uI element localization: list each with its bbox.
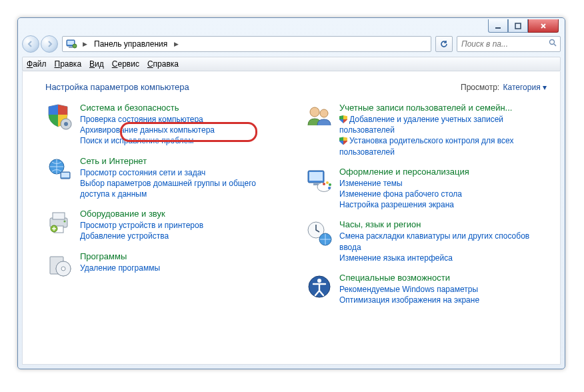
category-link[interactable]: Система и безопасность [80,103,179,113]
content-area: Настройка параметров компьютера Просмотр… [22,71,561,365]
svg-rect-4 [69,47,73,48]
svg-rect-11 [61,173,69,177]
sub-link[interactable]: Настройка разрешения экрана [339,199,547,210]
page-title: Настройка параметров компьютера [45,82,461,92]
category-link[interactable]: Сеть и Интернет [80,156,147,166]
left-column: Система и безопасность Проверка состояни… [45,103,287,315]
category-system-security: Система и безопасность Проверка состояни… [45,103,287,147]
chevron-right-icon: ▶ [80,41,90,47]
sub-link[interactable]: Изменение темы [339,178,547,189]
sub-link[interactable]: Рекомендуемые Windows параметры [339,284,547,295]
category-appearance: Оформление и персонализация Изменение те… [305,167,547,211]
category-columns: Система и безопасность Проверка состояни… [45,103,547,315]
svg-point-22 [320,109,328,117]
sub-link[interactable]: Проверка состояния компьютера [80,114,287,125]
category-ease-of-access: Специальные возможности Рекомендуемые Wi… [305,273,547,305]
user-accounts-icon [305,103,334,132]
minimize-button[interactable] [488,19,508,33]
nav-buttons [22,35,58,53]
content-header: Настройка параметров компьютера Просмотр… [45,82,547,92]
view-by: Просмотр: Категория ▾ [461,83,547,92]
sub-link[interactable]: Добавление и удаление учетных записей по… [339,114,547,135]
sub-link[interactable]: Поиск и исправление проблем [80,135,287,146]
shield-icon [45,103,75,132]
category-user-accounts: Учетные записи пользователей и семейн...… [305,103,547,157]
disc-box-icon [45,251,75,281]
category-link[interactable]: Оборудование и звук [80,209,165,219]
svg-rect-0 [495,27,501,29]
svg-point-33 [317,279,321,283]
category-link[interactable]: Специальные возможности [339,273,450,283]
sub-link[interactable]: Оптимизация изображения на экране [339,295,547,305]
globe-network-icon [45,156,75,185]
category-link[interactable]: Учетные записи пользователей и семейн... [339,103,512,113]
sub-link[interactable]: Изменение фона рабочего стола [339,189,547,199]
view-by-label: Просмотр: [461,83,499,92]
menu-file[interactable]: Файл [27,59,47,69]
svg-rect-24 [309,172,323,181]
sub-link[interactable]: Просмотр состояния сети и задач [80,167,287,178]
address-row: ▶ Панель управления ▶ [22,34,561,54]
search-icon [549,39,557,49]
sub-link[interactable]: Удаление программы [80,263,287,273]
category-link[interactable]: Оформление и персонализация [339,167,469,177]
maximize-button[interactable] [508,19,528,33]
svg-rect-13 [53,213,65,219]
address-bar[interactable]: ▶ Панель управления ▶ [62,36,431,52]
menu-view[interactable]: Вид [89,59,104,69]
window-controls [488,19,559,33]
search-input[interactable] [460,39,546,49]
sub-link[interactable]: Добавление устройства [80,231,287,241]
refresh-button[interactable] [435,36,453,52]
search-box[interactable] [457,36,561,52]
clock-globe-icon [305,219,334,249]
svg-rect-1 [515,23,521,29]
category-link[interactable]: Часы, язык и регион [339,219,421,229]
menu-bar: Файл Правка Вид Сервис Справка [22,57,561,71]
right-column: Учетные записи пользователей и семейн...… [305,103,547,315]
close-button[interactable] [528,19,559,33]
breadcrumb[interactable]: Панель управления [93,39,169,49]
sub-link[interactable]: Просмотр устройств и принтеров [80,220,287,231]
svg-rect-3 [67,41,74,45]
svg-point-27 [326,181,329,184]
svg-point-15 [63,221,65,223]
svg-point-20 [61,267,65,271]
sub-link[interactable]: Установка родительского контроля для все… [339,135,547,157]
menu-tools[interactable]: Сервис [112,59,139,69]
chevron-right-icon[interactable]: ▶ [171,41,181,47]
svg-point-8 [64,122,68,126]
sub-link[interactable]: Архивирование данных компьютера [80,125,287,135]
menu-edit[interactable]: Правка [55,59,82,69]
svg-point-5 [73,44,77,48]
category-programs: Программы Удаление программы [45,251,287,281]
sub-link[interactable]: Смена раскладки клавиатуры или других сп… [339,231,547,252]
svg-point-28 [329,183,331,186]
svg-point-26 [323,183,325,185]
category-link[interactable]: Программы [80,251,127,261]
svg-point-6 [550,40,555,45]
category-hardware: Оборудование и звук Просмотр устройств и… [45,209,287,241]
ease-of-access-icon [305,273,334,302]
back-button[interactable] [22,35,39,53]
control-panel-icon [65,39,77,49]
view-by-dropdown[interactable]: Категория ▾ [503,83,547,92]
sub-link[interactable]: Выбор параметров домашней группы и общег… [80,178,287,199]
menu-help[interactable]: Справка [147,59,179,69]
sub-link[interactable]: Изменение языка интерфейса [339,253,547,263]
forward-button[interactable] [41,35,58,53]
printer-icon [45,209,75,238]
svg-point-21 [310,107,319,117]
window-frame: ▶ Панель управления ▶ Файл Правка Вид Се… [17,17,565,369]
category-clock-region: Часы, язык и регион Смена раскладки клав… [305,219,547,263]
category-network: Сеть и Интернет Просмотр состояния сети … [45,156,287,200]
svg-point-29 [328,187,331,189]
appearance-icon [305,167,334,196]
